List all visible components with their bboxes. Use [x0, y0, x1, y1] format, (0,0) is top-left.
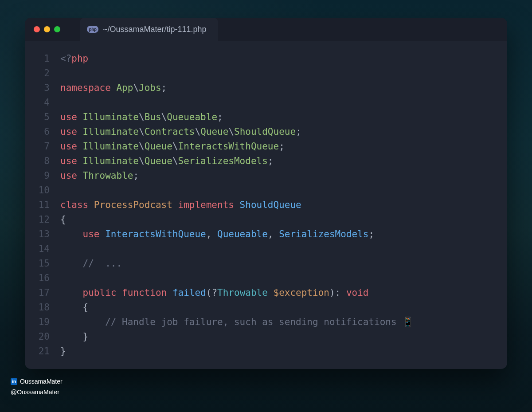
close-icon[interactable]	[34, 26, 40, 32]
code-content: use Illuminate\Queue\SerializesModels;	[60, 154, 274, 169]
line-number: 18	[25, 300, 60, 315]
twitter-credit: @OussamaMater	[11, 388, 63, 396]
code-line: 8use Illuminate\Queue\SerializesModels;	[25, 154, 507, 169]
code-line: 16	[25, 271, 507, 286]
line-number: 4	[25, 95, 60, 110]
line-number: 11	[25, 198, 60, 212]
line-number: 9	[25, 169, 60, 183]
linkedin-icon: in	[11, 378, 17, 385]
code-line: 15 // ...	[25, 256, 507, 271]
code-line: 10	[25, 183, 507, 198]
line-number: 12	[25, 212, 60, 227]
footer-credits: in OussamaMater @OussamaMater	[11, 378, 63, 399]
line-number: 17	[25, 286, 60, 300]
line-number: 20	[25, 330, 60, 344]
line-number: 14	[25, 242, 60, 256]
code-content: use Illuminate\Contracts\Queue\ShouldQue…	[60, 125, 301, 139]
code-content: }	[60, 330, 88, 344]
code-line: 19 // Handle job failure, such as sendin…	[25, 315, 507, 330]
code-content: use Throwable;	[60, 169, 139, 183]
code-line: 1<?php	[25, 51, 507, 66]
code-line: 2	[25, 66, 507, 81]
line-number: 10	[25, 183, 60, 198]
code-content: use InteractsWithQueue, Queueable, Seria…	[60, 227, 374, 242]
code-line: 13 use InteractsWithQueue, Queueable, Se…	[25, 227, 507, 242]
code-content: public function failed(?Throwable $excep…	[60, 286, 368, 300]
line-number: 16	[25, 271, 60, 286]
titlebar: php ~/OussamaMater/tip-111.php	[25, 18, 507, 41]
code-line: 11class ProcessPodcast implements Should…	[25, 198, 507, 212]
line-number: 2	[25, 66, 60, 81]
line-number: 1	[25, 51, 60, 66]
code-line: 6use Illuminate\Contracts\Queue\ShouldQu…	[25, 125, 507, 139]
line-number: 21	[25, 344, 60, 359]
code-line: 21}	[25, 344, 507, 359]
linkedin-name: OussamaMater	[20, 378, 63, 385]
code-line: 3namespace App\Jobs;	[25, 81, 507, 95]
window-controls	[25, 26, 60, 32]
line-number: 19	[25, 315, 60, 330]
code-editor[interactable]: 1<?php23namespace App\Jobs;45use Illumin…	[25, 41, 507, 369]
php-icon: php	[87, 26, 98, 33]
code-line: 12{	[25, 212, 507, 227]
line-number: 6	[25, 125, 60, 139]
code-content: {	[60, 300, 88, 315]
code-content: // Handle job failure, such as sending n…	[60, 315, 414, 330]
code-line: 18 {	[25, 300, 507, 315]
zoom-icon[interactable]	[54, 26, 60, 32]
code-content: class ProcessPodcast implements ShouldQu…	[60, 198, 301, 212]
line-number: 5	[25, 110, 60, 125]
code-line: 14	[25, 242, 507, 256]
code-line: 9use Throwable;	[25, 169, 507, 183]
code-content: // ...	[60, 256, 122, 271]
editor-window: php ~/OussamaMater/tip-111.php 1<?php23n…	[25, 18, 507, 369]
tab-file[interactable]: php ~/OussamaMater/tip-111.php	[80, 18, 218, 41]
line-number: 13	[25, 227, 60, 242]
code-content: namespace App\Jobs;	[60, 81, 167, 95]
code-line: 20 }	[25, 330, 507, 344]
line-number: 7	[25, 139, 60, 154]
code-line: 17 public function failed(?Throwable $ex…	[25, 286, 507, 300]
code-line: 4	[25, 95, 507, 110]
code-line: 7use Illuminate\Queue\InteractsWithQueue…	[25, 139, 507, 154]
code-content: }	[60, 344, 66, 359]
code-content: <?php	[60, 51, 88, 66]
line-number: 15	[25, 256, 60, 271]
minimize-icon[interactable]	[44, 26, 50, 32]
code-line: 5use Illuminate\Bus\Queueable;	[25, 110, 507, 125]
code-content: use Illuminate\Queue\InteractsWithQueue;	[60, 139, 285, 154]
line-number: 8	[25, 154, 60, 169]
tab-title: ~/OussamaMater/tip-111.php	[103, 25, 207, 34]
code-content: use Illuminate\Bus\Queueable;	[60, 110, 223, 125]
line-number: 3	[25, 81, 60, 95]
code-content: {	[60, 212, 66, 227]
linkedin-credit: in OussamaMater	[11, 378, 63, 385]
twitter-handle: @OussamaMater	[11, 388, 59, 396]
